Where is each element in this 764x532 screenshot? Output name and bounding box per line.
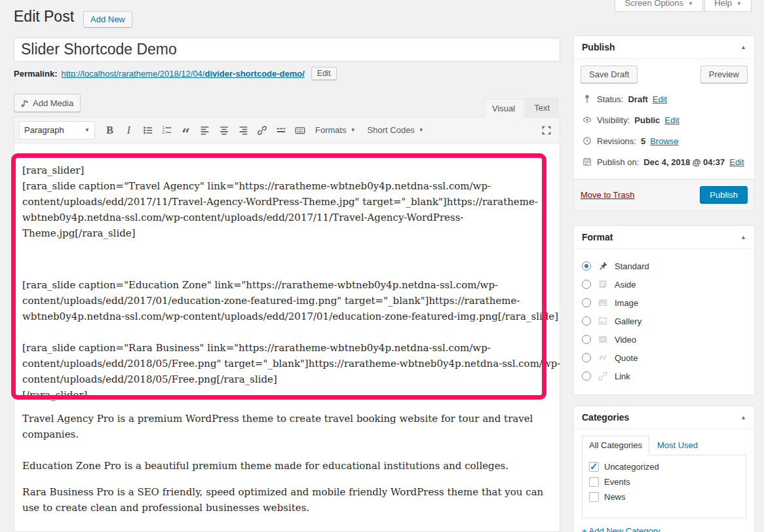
bold-button[interactable]: B — [101, 122, 119, 139]
toolbar-toggle-icon[interactable] — [291, 122, 309, 139]
editor-line: [rara_slider] — [22, 162, 552, 178]
align-right-icon[interactable] — [234, 122, 252, 139]
editor-paragraph: Education Zone Pro is a beautiful premiu… — [22, 458, 552, 474]
format-option-video[interactable]: Video — [582, 330, 746, 349]
publish-panel-header[interactable]: Publish ▲ — [574, 36, 754, 59]
help-button[interactable]: Help ▼ — [704, 0, 752, 12]
image-icon — [597, 297, 609, 309]
blockquote-button[interactable]: “ — [177, 122, 195, 139]
status-edit-link[interactable]: Edit — [653, 94, 667, 104]
tab-most-used[interactable]: Most Used — [649, 436, 706, 455]
collapse-arrow-icon[interactable]: ▲ — [740, 44, 746, 50]
insert-link-icon[interactable] — [253, 122, 271, 139]
permalink-label: Permalink: — [14, 69, 57, 79]
radio-quote[interactable] — [582, 353, 591, 362]
collapse-arrow-icon[interactable]: ▲ — [740, 414, 746, 421]
italic-button[interactable]: I — [120, 122, 138, 139]
radio-video[interactable] — [582, 335, 591, 344]
add-new-category-link[interactable]: + Add New Category — [582, 526, 660, 532]
editor-content[interactable]: [rara_slider] [rara_slide caption="Trave… — [14, 143, 560, 516]
screen-options-label: Screen Options — [624, 0, 683, 8]
categories-panel-header[interactable]: Categories ▲ — [574, 406, 754, 429]
format-option-gallery[interactable]: Gallery — [582, 312, 746, 330]
status-row: Status: Draft Edit — [581, 88, 748, 109]
category-item-events[interactable]: Events — [589, 477, 746, 487]
pushpin-icon — [597, 260, 609, 272]
editor-line — [22, 241, 552, 257]
fullscreen-icon[interactable] — [537, 122, 555, 139]
permalink-edit-button[interactable]: Edit — [311, 67, 337, 80]
editor-line: content/uploads/edd/2018/05/Free.png[/ra… — [22, 371, 552, 387]
post-title-input[interactable] — [14, 37, 560, 62]
category-item-uncategorized[interactable]: Uncategorized — [589, 462, 746, 472]
chevron-down-icon: ▼ — [419, 127, 424, 133]
checkbox-uncategorized[interactable] — [589, 462, 599, 472]
editor-paragraph: Rara Business Pro is a SEO friendly, spe… — [22, 484, 546, 516]
editor-line: Theme.jpg[/rara_slide] — [22, 225, 552, 241]
add-media-button[interactable]: Add Media — [14, 94, 81, 112]
radio-link[interactable] — [582, 371, 591, 381]
publish-button[interactable]: Publish — [700, 186, 748, 204]
add-new-button[interactable]: Add New — [83, 11, 132, 28]
tab-visual[interactable]: Visual — [484, 99, 524, 119]
eye-icon — [582, 115, 592, 125]
editor-line — [22, 257, 552, 273]
tab-all-categories[interactable]: All Categories — [582, 436, 649, 455]
read-more-icon[interactable] — [272, 122, 290, 139]
screen-options-button[interactable]: Screen Options ▼ — [615, 0, 703, 12]
checkbox-news[interactable] — [589, 492, 599, 502]
svg-text:2: 2 — [162, 130, 164, 134]
gallery-icon — [597, 315, 609, 327]
permalink-link[interactable]: http://localhost/raratheme/2018/12/04/di… — [61, 69, 304, 79]
editor-line: wbtneb0y4p.netdna-ssl.com/wp-content/upl… — [22, 210, 552, 225]
revisions-browse-link[interactable]: Browse — [650, 136, 678, 146]
radio-aside[interactable] — [582, 280, 591, 289]
categories-list[interactable]: Uncategorized Events News — [582, 455, 746, 518]
calendar-icon — [582, 157, 592, 167]
category-item-news[interactable]: News — [589, 492, 746, 502]
numbered-list-icon[interactable]: 12 — [158, 122, 176, 139]
editor-line: wbtneb0y4p.netdna-ssl.com/wp-content/upl… — [22, 309, 552, 324]
bulleted-list-icon[interactable] — [139, 122, 157, 139]
publish-on-edit-link[interactable]: Edit — [729, 157, 744, 167]
radio-standard[interactable] — [582, 261, 591, 271]
tab-text[interactable]: Text — [525, 98, 558, 118]
format-option-quote[interactable]: “ Quote — [582, 349, 746, 367]
quote-icon: “ — [597, 352, 609, 364]
svg-text:1: 1 — [162, 125, 164, 130]
editor-line: content/uploads/edd/2017/01/education-zo… — [22, 293, 552, 309]
move-to-trash-link[interactable]: Move to Trash — [581, 190, 634, 200]
note-icon — [597, 278, 609, 290]
publish-on-row: Publish on: Dec 4, 2018 @ 04:37 Edit — [581, 151, 748, 172]
checkbox-events[interactable] — [589, 477, 599, 487]
pin-icon — [582, 94, 592, 104]
editor: Visual Text Paragraph ▼ B I 12 “ — [14, 117, 560, 532]
format-option-aside[interactable]: Aside — [582, 275, 746, 294]
shortcodes-dropdown[interactable]: Short Codes ▼ — [362, 122, 429, 139]
preview-button[interactable]: Preview — [700, 66, 748, 83]
permalink: Permalink: http://localhost/raratheme/20… — [14, 67, 337, 80]
align-left-icon[interactable] — [196, 122, 214, 139]
format-panel: Format ▲ Standard Aside — [573, 225, 755, 395]
format-option-image[interactable]: Image — [582, 294, 746, 312]
format-option-standard[interactable]: Standard — [582, 257, 746, 275]
revisions-row: Revisions: 5 Browse — [581, 130, 748, 151]
editor-line: content/uploads/edd/2018/05/Free.png" ta… — [22, 356, 552, 371]
save-draft-button[interactable]: Save Draft — [581, 66, 638, 83]
paragraph-format-select[interactable]: Paragraph ▼ — [19, 121, 95, 140]
align-center-icon[interactable] — [215, 122, 233, 139]
editor-mode-tabs: Visual Text — [484, 98, 558, 118]
editor-line: [rara_slide caption="Rara Business" link… — [22, 340, 552, 356]
radio-image[interactable] — [582, 298, 591, 307]
visibility-edit-link[interactable]: Edit — [664, 115, 679, 125]
visibility-row: Visibility: Public Edit — [581, 109, 748, 130]
format-panel-header[interactable]: Format ▲ — [574, 226, 754, 249]
add-media-label: Add Media — [33, 98, 73, 108]
clock-icon — [582, 136, 592, 146]
radio-gallery[interactable] — [582, 316, 591, 326]
formats-dropdown[interactable]: Formats ▼ — [310, 122, 361, 139]
collapse-arrow-icon[interactable]: ▲ — [740, 234, 746, 240]
chevron-down-icon: ▼ — [736, 1, 742, 8]
chevron-down-icon: ▼ — [688, 1, 693, 8]
format-option-link[interactable]: Link — [582, 367, 746, 385]
